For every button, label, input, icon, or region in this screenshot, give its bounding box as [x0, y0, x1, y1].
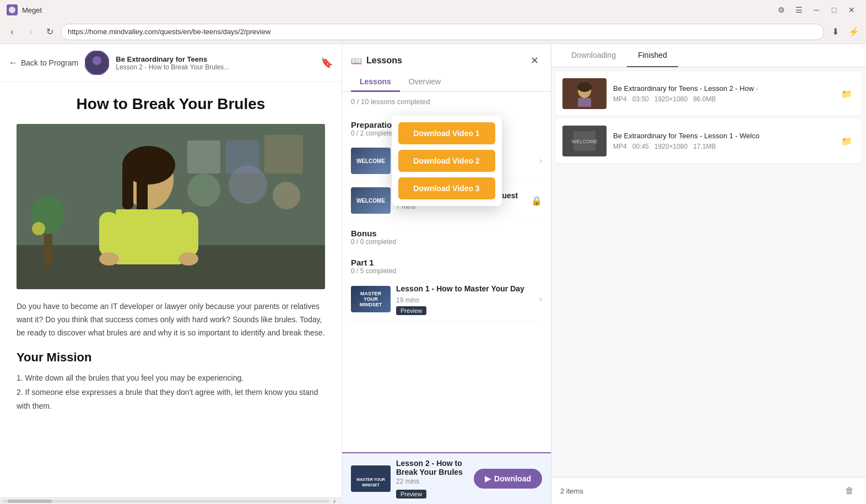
webpage-panel: ← Back to Program Be Extraordinary for T… — [0, 44, 342, 504]
dl-duration-2: 00:45 — [632, 143, 649, 150]
webpage-content: How to Break Your Brules — [0, 82, 342, 497]
address-bar[interactable]: https://home.mindvalley.com/quests/en/be… — [61, 24, 824, 40]
download-title-2: Be Extraordinary for Teens - Lesson 1 - … — [613, 132, 832, 141]
svg-rect-16 — [116, 209, 182, 264]
scrollbar-thumb[interactable] — [8, 500, 52, 503]
active-lesson-bar: MASTER YOUR MINDSET Lesson 2 - How to Br… — [342, 452, 551, 504]
download-item-1: Be Extraordinary for Teens - Lesson 2 - … — [556, 72, 862, 116]
svg-text:WELCOME: WELCOME — [572, 139, 598, 144]
download-meta-2: MP4 00:45 1920×1080 17.1MB — [613, 143, 832, 150]
dl-resolution-2: 1920×1080 — [654, 143, 688, 150]
svg-point-19 — [99, 252, 119, 265]
lesson-chevron-intro1: › — [539, 156, 542, 166]
active-badges: Preview — [396, 487, 468, 498]
download-footer: 2 items 🗑 — [551, 477, 866, 504]
app-title: Meget — [22, 6, 769, 14]
tab-downloading[interactable]: Downloading — [560, 44, 627, 67]
svg-point-2 — [93, 56, 101, 65]
lesson-info-lesson1: Lesson 1 - How to Master Your Day 19 min… — [396, 284, 534, 315]
download-main-button[interactable]: ▶ Download — [474, 469, 542, 489]
lessons-close-button[interactable]: ✕ — [527, 53, 542, 68]
course-subtitle: Lesson 2 - How to Break Your Brules... — [116, 63, 314, 71]
svg-rect-15 — [137, 165, 148, 215]
dl-resolution-1: 1920×1080 — [654, 95, 688, 103]
video-thumbnail[interactable] — [17, 124, 325, 289]
lessons-panel: 📖 Lessons ✕ Lessons Overview 0 / 10 less… — [342, 44, 551, 504]
active-lesson-info: Lesson 2 - How to Break Your Brules 22 m… — [396, 459, 468, 498]
open-folder-button-1[interactable]: 📁 — [838, 85, 855, 102]
lessons-progress: 0 / 10 lessons completed — [342, 92, 551, 111]
section-part1-progress: 0 / 5 completed — [351, 267, 542, 275]
extensions-button[interactable]: ⚡ — [846, 24, 862, 40]
svg-point-8 — [187, 174, 220, 207]
lesson-item-lesson1[interactable]: MASTER YOUR MINDSET Lesson 1 - How to Ma… — [351, 278, 542, 321]
tab-overview[interactable]: Overview — [400, 73, 450, 92]
download-meta-1: MP4 03:50 1920×1080 86.0MB — [613, 95, 832, 103]
settings-button[interactable]: ⚙ — [773, 4, 789, 16]
active-lesson-name: Lesson 2 - How to Break Your Brules — [396, 459, 468, 476]
forward-nav-button[interactable]: › — [23, 24, 39, 40]
bookmark-button[interactable]: 🔖 — [321, 57, 333, 69]
title-bar: Meget ⚙ ☰ ─ □ ✕ — [0, 0, 866, 20]
mission-item-1: 1. Write down all the brules that you fe… — [17, 371, 325, 385]
download-video-1-button[interactable]: Download Video 1 — [398, 122, 495, 144]
lesson-preview-badge-lesson1: Preview — [396, 306, 426, 315]
lesson-name-lesson1: Lesson 1 - How to Master Your Day — [396, 284, 534, 294]
scroll-right-button[interactable]: › — [329, 494, 339, 505]
active-lesson-thumbnail: MASTER YOUR MINDSET — [351, 465, 391, 492]
back-to-program-label: Back to Program — [21, 58, 78, 67]
dl-size-2: 17.1MB — [693, 143, 716, 150]
lessons-book-icon: 📖 — [351, 56, 362, 66]
lessons-title-row: 📖 Lessons — [351, 56, 402, 66]
svg-rect-5 — [187, 140, 220, 174]
section-part1-header: Part 1 0 / 5 completed — [351, 249, 542, 278]
back-to-program-link[interactable]: ← Back to Program — [9, 58, 78, 68]
course-info: Be Extraordinary for Teens Lesson 2 - Ho… — [116, 55, 314, 71]
mission-title: Your Mission — [17, 350, 325, 365]
download-video-2-button[interactable]: Download Video 2 — [398, 150, 495, 172]
refresh-button[interactable]: ↻ — [42, 24, 57, 40]
download-page-button[interactable]: ⬇ — [827, 24, 843, 40]
back-nav-button[interactable]: ‹ — [4, 24, 20, 40]
maximize-button[interactable]: □ — [826, 4, 842, 16]
minimize-button[interactable]: ─ — [809, 4, 824, 16]
download-main-label: Download — [494, 474, 531, 483]
app-icon — [7, 4, 18, 15]
section-bonus-header: Bonus 0 / 0 completed — [351, 220, 542, 249]
svg-text:MINDSET: MINDSET — [362, 483, 380, 487]
active-lesson-duration: 22 mins — [396, 478, 468, 485]
active-preview-badge: Preview — [396, 490, 426, 498]
lessons-header: 📖 Lessons ✕ — [342, 44, 551, 68]
description-text: Do you have to become an IT developer or… — [17, 300, 325, 339]
items-count: 2 items — [560, 487, 583, 495]
main-container: ← Back to Program Be Extraordinary for T… — [0, 44, 866, 504]
tab-finished[interactable]: Finished — [627, 44, 678, 67]
download-info-2: Be Extraordinary for Teens - Lesson 1 - … — [613, 132, 832, 151]
section-part1-name: Part 1 — [351, 258, 542, 267]
svg-point-0 — [9, 7, 15, 13]
address-text: https://home.mindvalley.com/quests/en/be… — [68, 28, 270, 36]
tab-lessons[interactable]: Lessons — [351, 73, 400, 92]
svg-rect-14 — [122, 165, 133, 209]
svg-rect-17 — [99, 212, 118, 256]
menu-button[interactable]: ☰ — [791, 4, 807, 16]
download-video-3-button[interactable]: Download Video 3 — [398, 177, 495, 199]
svg-point-30 — [577, 82, 592, 92]
download-list: Be Extraordinary for Teens - Lesson 2 - … — [551, 67, 866, 477]
svg-rect-29 — [578, 98, 591, 107]
lessons-title: Lessons — [366, 56, 402, 66]
close-button[interactable]: ✕ — [844, 4, 859, 16]
dl-format-2: MP4 — [613, 143, 627, 150]
dl-duration-1: 03:50 — [632, 95, 649, 103]
download-thumb-2: WELCOME — [562, 126, 607, 156]
webpage-scrollbar[interactable]: › — [0, 497, 342, 504]
mission-item-2: 2. If someone else expresses a brule tha… — [17, 386, 325, 413]
course-title: Be Extraordinary for Teens — [116, 55, 314, 63]
lesson-lock-intro2: 🔒 — [531, 196, 542, 206]
svg-point-10 — [273, 182, 300, 209]
trash-button[interactable]: 🗑 — [842, 483, 857, 498]
lesson-duration-lesson1: 19 mins — [396, 296, 534, 304]
dl-format-1: MP4 — [613, 95, 627, 103]
section-bonus-name: Bonus — [351, 229, 542, 238]
open-folder-button-2[interactable]: 📁 — [838, 133, 855, 149]
